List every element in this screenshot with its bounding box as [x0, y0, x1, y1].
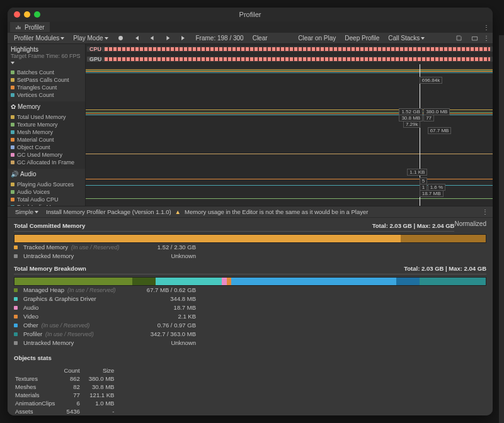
stats-title: Objects stats [14, 352, 486, 363]
load-button[interactable] [467, 34, 482, 42]
modules-panel: Highlights Target Frame Time: 60 FPS Bat… [8, 44, 86, 206]
tmb-bar [14, 277, 486, 286]
tag: 7.29k [403, 121, 421, 128]
scrollbar[interactable] [499, 35, 504, 423]
details-panel: Simple Install Memory Profiler Package (… [8, 206, 493, 415]
tab-profiler[interactable]: Profiler [10, 22, 50, 32]
details-menu-icon[interactable]: ⋮ [482, 208, 489, 215]
normalized-toggle[interactable]: Normalized [454, 220, 486, 227]
legend-row: Video 2.1 KB [14, 312, 486, 321]
call-stacks-dropdown[interactable]: Call Stacks [384, 34, 428, 42]
play-mode-dropdown[interactable]: Play Mode [69, 34, 112, 42]
table-row: Assets5436- [15, 408, 118, 415]
list-item: Total Audio Memory [11, 203, 85, 206]
clear-button[interactable]: Clear [249, 34, 272, 42]
legend-row: Graphics & Graphics Driver 344.8 MB [14, 295, 486, 303]
svg-point-0 [118, 36, 123, 40]
speaker-icon: 🔊 [11, 171, 18, 178]
tag-cpu: 696.84k [420, 77, 442, 84]
tag: 67.7 MB [428, 127, 452, 134]
titlebar: Profiler [8, 8, 493, 21]
profiler-window: Profiler Profiler ⋮ Profiler Modules Pla… [8, 8, 493, 415]
clear-on-play-toggle[interactable]: Clear on Play [294, 34, 340, 42]
module-highlights[interactable]: Highlights Target Frame Time: 60 FPS [8, 44, 85, 67]
tab-menu-icon[interactable]: ⋮ [483, 24, 490, 31]
cpu-lane-bar [102, 47, 493, 52]
table-row: Materials77121.1 KB [15, 392, 118, 398]
window-title: Profiler [8, 11, 493, 18]
legend-row: Tracked Memory (In use / Reserved)1.52 /… [14, 243, 486, 252]
tcm-title: Total Committed MemoryTotal: 2.03 GB | M… [14, 220, 454, 232]
deep-profile-toggle[interactable]: Deep Profile [341, 34, 383, 42]
list-item: Texture Memory [11, 121, 85, 128]
list-item: Playing Audio Sources [11, 181, 85, 188]
gpu-lane-bar [102, 57, 493, 62]
frame-label: Frame: 198 / 300 [192, 34, 248, 42]
warning-text: Memory usage in the Editor is not the sa… [185, 208, 368, 215]
tag: 77 [423, 115, 434, 121]
tag: 18.7 MB [420, 190, 444, 197]
highlights-items: Batches CountSetPass Calls CountTriangle… [8, 67, 85, 101]
module-audio[interactable]: 🔊Audio [8, 169, 85, 179]
tcm-bar [14, 234, 486, 243]
legend-row: Managed Heap (In use / Reserved)67.7 MB … [14, 286, 486, 295]
chart-header: CPU [86, 44, 493, 54]
list-item: Object Count [11, 144, 85, 151]
legend-row: Untracked Memory Unknown [14, 339, 486, 347]
gear-icon: ✿ [11, 103, 16, 110]
memory-items: Total Used MemoryTexture MemoryMesh Memo… [8, 112, 85, 169]
list-item: Material Count [11, 136, 85, 144]
tab-row: Profiler ⋮ [8, 21, 493, 33]
toolbar-menu-icon[interactable]: ⋮ [483, 35, 490, 42]
audio-items: Playing Audio SourcesAudio VoicesTotal A… [8, 179, 85, 206]
list-item: Batches Count [11, 69, 85, 76]
install-link[interactable]: Install Memory Profiler Package (Version… [46, 208, 171, 215]
details-toolbar: Simple Install Memory Profiler Package (… [8, 206, 493, 218]
list-item: Vertices Count [11, 91, 85, 99]
profiler-icon [15, 24, 22, 31]
legend-row: Audio 18.7 MB [14, 303, 486, 312]
legend-row: Other (In use / Reserved)0.76 / 0.97 GB [14, 321, 486, 330]
toolbar: Profiler Modules Play Mode Frame: 198 / … [8, 33, 493, 44]
module-memory[interactable]: ✿Memory [8, 101, 85, 112]
highlights-title: Highlights [11, 46, 82, 53]
list-item: GC Allocated In Frame [11, 159, 85, 166]
last-frame-button[interactable] [176, 34, 191, 42]
cpu-lane-label: CPU [87, 47, 101, 52]
chart-header-gpu: GPU [86, 54, 493, 64]
list-item: Mesh Memory [11, 128, 85, 136]
warning-icon: ▲ [175, 208, 181, 215]
list-item: Triangles Count [11, 84, 85, 91]
legend-row: Untracked Memory Unknown [14, 252, 486, 261]
table-row: Textures862380.0 MB [15, 375, 118, 382]
table-row: Meshes8230.8 MB [15, 383, 118, 390]
tcm-legend: Tracked Memory (In use / Reserved)1.52 /… [14, 243, 486, 261]
list-item: Audio Voices [11, 188, 85, 196]
table-row: AnimationClips61.0 MB [15, 400, 118, 407]
record-button[interactable] [113, 34, 128, 42]
main-split: Highlights Target Frame Time: 60 FPS Bat… [8, 44, 493, 206]
chart-body[interactable]: 696.84k 1.52 GB 380.0 MB 30.8 MB 77 7.29… [86, 64, 493, 206]
tag: 1.1 KB [407, 169, 427, 176]
stats-table: CountSize Textures862380.0 MBMeshes8230.… [14, 366, 119, 415]
tmb-legend: Managed Heap (In use / Reserved)67.7 MB … [14, 286, 486, 347]
tab-label: Profiler [25, 24, 45, 31]
list-item: Total Used Memory [11, 113, 85, 121]
next-frame-button[interactable] [161, 34, 175, 42]
profiler-modules-dropdown[interactable]: Profiler Modules [10, 34, 68, 42]
gpu-lane-label: GPU [87, 57, 101, 62]
charts-panel[interactable]: CPU GPU [86, 44, 493, 206]
first-frame-button[interactable] [129, 34, 144, 42]
save-button[interactable] [452, 34, 466, 42]
legend-row: Profiler (In use / Reserved)342.7 / 363.… [14, 330, 486, 339]
simple-dropdown[interactable]: Simple [11, 208, 42, 216]
list-item: SetPass Calls Count [11, 76, 85, 84]
list-item: GC Used Memory [11, 151, 85, 159]
prev-frame-button[interactable] [145, 34, 159, 42]
tmb-title: Total Memory BreakdownTotal: 2.03 GB | M… [14, 263, 486, 274]
list-item: Total Audio CPU [11, 196, 85, 203]
